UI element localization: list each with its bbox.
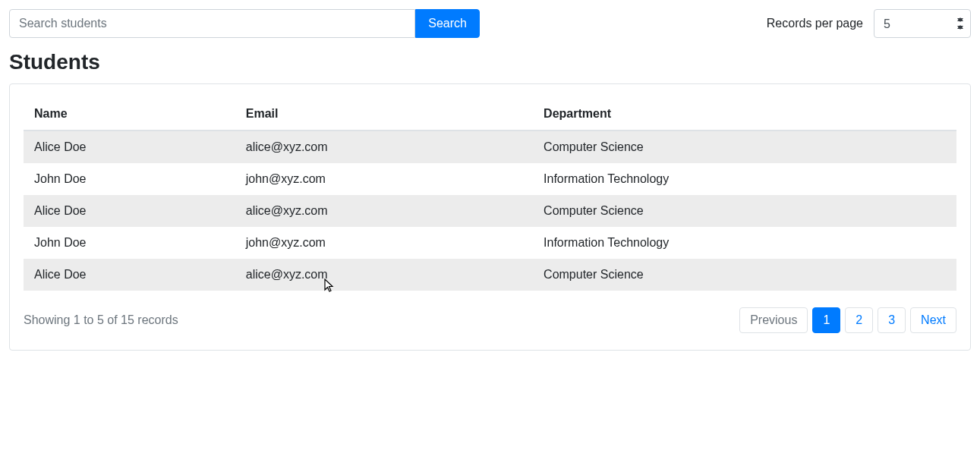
cell-email: alice@xyz.com	[235, 131, 533, 163]
cell-name: John Doe	[24, 227, 235, 259]
pagination-page-1[interactable]: 1	[812, 307, 840, 333]
select-caret-down-icon	[957, 26, 963, 30]
col-header-name: Name	[24, 98, 235, 131]
records-per-page-group: Records per page 5	[767, 9, 971, 38]
students-table: Name Email Department Alice Doe alice@xy…	[24, 98, 956, 291]
search-button[interactable]: Search	[415, 9, 480, 38]
cell-email: john@xyz.com	[235, 227, 533, 259]
pagination-page-2[interactable]: 2	[845, 307, 873, 333]
search-group: Search	[9, 9, 480, 38]
table-row: Alice Doe alice@xyz.com Computer Science	[24, 259, 956, 291]
showing-records-text: Showing 1 to 5 of 15 records	[24, 313, 178, 327]
pagination: Previous 1 2 3 Next	[739, 307, 956, 333]
students-card: Name Email Department Alice Doe alice@xy…	[9, 83, 971, 351]
table-row: John Doe john@xyz.com Information Techno…	[24, 163, 956, 195]
records-per-page-label: Records per page	[767, 17, 863, 30]
table-row: Alice Doe alice@xyz.com Computer Science	[24, 195, 956, 227]
page-title: Students	[9, 50, 971, 74]
cell-name: John Doe	[24, 163, 235, 195]
table-row: John Doe john@xyz.com Information Techno…	[24, 227, 956, 259]
cell-name: Alice Doe	[24, 195, 235, 227]
cell-name: Alice Doe	[24, 259, 235, 291]
cell-email: alice@xyz.com	[235, 259, 533, 291]
search-input[interactable]	[9, 9, 415, 38]
cell-email: john@xyz.com	[235, 163, 533, 195]
col-header-email: Email	[235, 98, 533, 131]
cell-department: Computer Science	[533, 195, 956, 227]
pagination-next[interactable]: Next	[910, 307, 956, 333]
table-row: Alice Doe alice@xyz.com Computer Science	[24, 131, 956, 163]
col-header-department: Department	[533, 98, 956, 131]
cell-department: Computer Science	[533, 259, 956, 291]
pagination-previous[interactable]: Previous	[739, 307, 808, 333]
cell-department: Information Technology	[533, 227, 956, 259]
records-per-page-select[interactable]: 5	[874, 9, 971, 38]
pagination-page-3[interactable]: 3	[878, 307, 906, 333]
cell-department: Computer Science	[533, 131, 956, 163]
select-caret-up-icon	[957, 17, 963, 21]
cell-name: Alice Doe	[24, 131, 235, 163]
cell-email: alice@xyz.com	[235, 195, 533, 227]
cell-department: Information Technology	[533, 163, 956, 195]
